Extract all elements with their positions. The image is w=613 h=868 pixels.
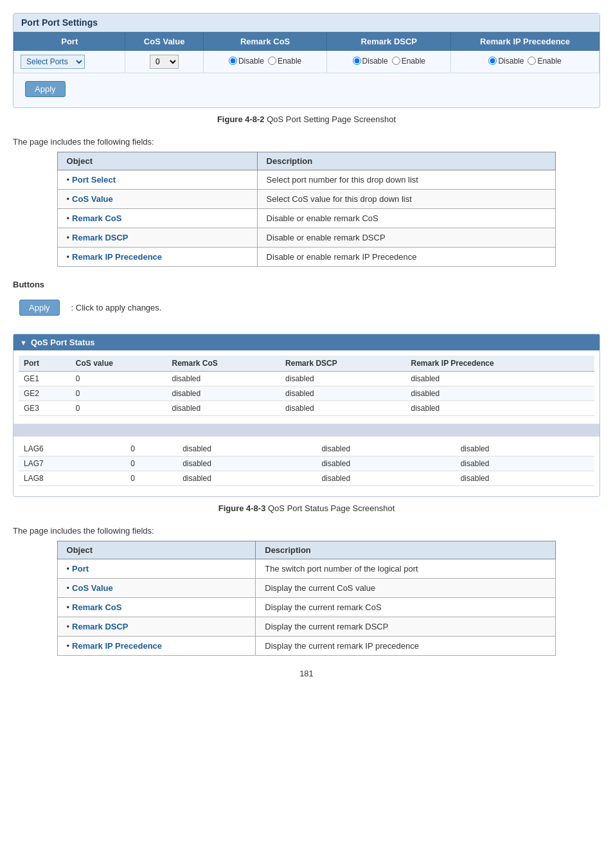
obj-name: Port Select	[72, 175, 116, 185]
object-table-2: Object Description •Port The switch port…	[57, 541, 556, 656]
status-port: GE2	[19, 386, 71, 401]
obj-name: Remark IP Precedence	[72, 252, 162, 262]
obj-name: Port	[72, 564, 89, 574]
remark-ip-disable-radio[interactable]	[488, 57, 497, 65]
figure2-caption: Figure 4-8-3 QoS Port Status Page Screen…	[13, 503, 600, 513]
remark-dscp-enable-label[interactable]: Enable	[392, 57, 425, 66]
obj-desc: Display the current remark DSCP	[256, 617, 556, 637]
status-row: GE1 0 disabled disabled disabled	[19, 372, 594, 386]
remark-cos-enable-label[interactable]: Enable	[268, 57, 301, 66]
obj-desc: Display the current CoS value	[256, 579, 556, 598]
select-ports-dropdown[interactable]: Select Ports	[21, 55, 85, 69]
status-remark-ip: disabled	[456, 457, 594, 471]
status-panel-title-text: QoS Port Status	[31, 338, 95, 347]
status-row: GE3 0 disabled disabled disabled	[19, 401, 594, 416]
apply-button[interactable]: Apply	[19, 300, 60, 316]
obj-name: Remark CoS	[72, 602, 121, 612]
status-col-remark-cos: Remark CoS	[166, 356, 280, 372]
status-col-remark-dscp: Remark DSCP	[280, 356, 405, 372]
status-remark-dscp: disabled	[316, 457, 455, 471]
status-port: GE3	[19, 401, 71, 416]
apply-desc: : Click to apply changes.	[71, 303, 162, 312]
remark-ip-disable-label[interactable]: Disable	[488, 57, 524, 66]
status-port: LAG6	[19, 442, 125, 457]
status-col-port: Port	[19, 356, 71, 372]
status-col-remark-ip: Remark IP Precedence	[405, 356, 594, 372]
remark-dscp-disable-label[interactable]: Disable	[353, 57, 388, 66]
settings-apply-button[interactable]: Apply	[25, 81, 66, 97]
status-remark-cos: disabled	[177, 442, 316, 457]
obj-name: Remark CoS	[72, 213, 121, 223]
remark-cos-disable-label[interactable]: Disable	[229, 57, 264, 66]
remark-dscp-enable-radio[interactable]	[392, 57, 400, 65]
table-row: •CoS Value Select CoS value for this dro…	[57, 190, 556, 209]
obj-table1-col-desc: Description	[257, 152, 556, 170]
status-row: LAG8 0 disabled disabled disabled	[19, 471, 594, 486]
status-remark-dscp: disabled	[280, 401, 405, 416]
col-header-port: Port	[14, 33, 125, 51]
table-row: •Remark DSCP Disable or enable remark DS…	[57, 228, 556, 248]
table-row: •Remark CoS Display the current remark C…	[57, 598, 556, 617]
obj-name: Remark DSCP	[72, 233, 128, 242]
section2-text: The page includes the following fields:	[13, 526, 600, 536]
buttons-section-title: Buttons	[13, 280, 600, 289]
col-header-cos: CoS Value	[125, 33, 203, 51]
status-remark-dscp: disabled	[316, 471, 455, 486]
status-remark-cos: disabled	[177, 471, 316, 486]
col-header-remark-ip: Remark IP Precedence	[451, 33, 600, 51]
figure1-caption: Figure 4-8-2 QoS Port Setting Page Scree…	[13, 114, 600, 124]
obj-desc: Disable or enable remark IP Precedence	[257, 248, 556, 267]
page-number: 181	[13, 669, 600, 678]
col-header-remark-dscp: Remark DSCP	[327, 33, 451, 51]
apply-inline: Apply : Click to apply changes.	[13, 294, 161, 321]
status-row: GE2 0 disabled disabled disabled	[19, 386, 594, 401]
settings-panel-title: Port Port Settings	[13, 14, 600, 32]
obj-desc: Disable or enable remark CoS	[257, 209, 556, 228]
table-row: •Remark DSCP Display the current remark …	[57, 617, 556, 637]
status-remark-ip: disabled	[405, 401, 594, 416]
status-cos: 0	[125, 457, 177, 471]
status-cos: 0	[125, 442, 177, 457]
collapse-icon[interactable]: ▼	[20, 339, 27, 347]
status-remark-ip: disabled	[456, 442, 594, 457]
status-port: LAG7	[19, 457, 125, 471]
remark-ip-enable-radio[interactable]	[528, 57, 536, 65]
cos-value-dropdown[interactable]: 0	[150, 55, 179, 69]
remark-ip-enable-label[interactable]: Enable	[528, 57, 561, 66]
status-row: LAG7 0 disabled disabled disabled	[19, 457, 594, 471]
remark-cos-enable-radio[interactable]	[268, 57, 276, 65]
status-remark-ip: disabled	[405, 386, 594, 401]
remark-cos-radio-group: Disable Enable	[229, 57, 301, 66]
table-row: •Remark IP Precedence Disable or enable …	[57, 248, 556, 267]
status-port: GE1	[19, 372, 71, 386]
status-cos: 0	[71, 372, 167, 386]
status-table-bottom: LAG6 0 disabled disabled disabled LAG7 0…	[19, 442, 594, 486]
status-remark-cos: disabled	[177, 457, 316, 471]
status-cos: 0	[71, 401, 167, 416]
object-table-1: Object Description •Port Select Select p…	[57, 152, 556, 267]
col-header-remark-cos: Remark CoS	[203, 33, 327, 51]
status-row: LAG6 0 disabled disabled disabled	[19, 442, 594, 457]
settings-table: Port CoS Value Remark CoS Remark DSCP Re…	[13, 32, 600, 73]
table-row: •Port The switch port number of the logi…	[57, 559, 556, 579]
status-col-cos: CoS value	[71, 356, 167, 372]
table-row: •CoS Value Display the current CoS value	[57, 579, 556, 598]
status-port: LAG8	[19, 471, 125, 486]
status-panel-title: ▼ QoS Port Status	[13, 334, 600, 350]
table-row: •Remark IP Precedence Display the curren…	[57, 637, 556, 656]
status-remark-cos: disabled	[166, 386, 280, 401]
status-remark-ip: disabled	[405, 372, 594, 386]
obj-table2-col-desc: Description	[256, 541, 556, 559]
remark-dscp-disable-radio[interactable]	[353, 57, 361, 65]
section1-text: The page includes the following fields:	[13, 137, 600, 147]
remark-ip-radio-group: Disable Enable	[488, 57, 561, 66]
status-cos: 0	[125, 471, 177, 486]
obj-desc: Select port number for this drop down li…	[257, 170, 556, 190]
obj-name: CoS Value	[72, 583, 113, 593]
remark-dscp-radio-group: Disable Enable	[353, 57, 425, 66]
status-remark-cos: disabled	[166, 372, 280, 386]
table-row: •Remark CoS Disable or enable remark CoS	[57, 209, 556, 228]
obj-desc: The switch port number of the logical po…	[256, 559, 556, 579]
table-row: •Port Select Select port number for this…	[57, 170, 556, 190]
remark-cos-disable-radio[interactable]	[229, 57, 237, 65]
